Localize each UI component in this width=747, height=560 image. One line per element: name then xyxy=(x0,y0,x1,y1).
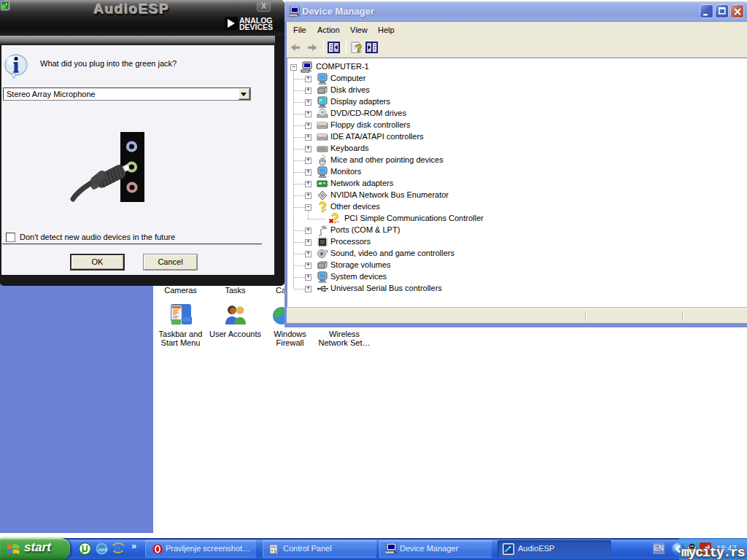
svg-text:?: ? xyxy=(355,42,362,54)
svg-text:DEVICES: DEVICES xyxy=(239,23,273,31)
svg-text:ADS: ADS xyxy=(98,548,108,552)
